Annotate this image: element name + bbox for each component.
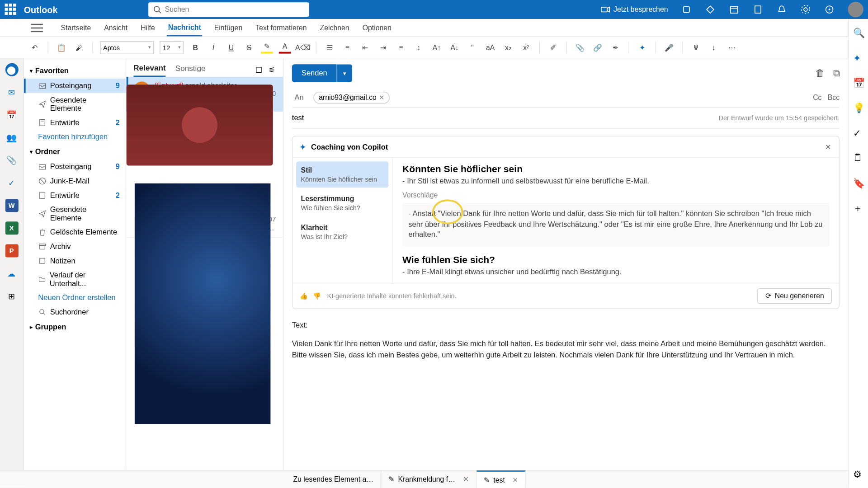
download-icon[interactable]: ↓ <box>708 42 720 53</box>
tab-startseite[interactable]: Startseite <box>60 20 92 35</box>
folder-drafts[interactable]: Entwürfe2 <box>24 188 126 202</box>
rail-people-icon[interactable]: 👥 <box>5 131 18 144</box>
italic-icon[interactable]: I <box>208 42 219 53</box>
rrail-add-icon[interactable]: ＋ <box>853 202 864 213</box>
regenerate-button[interactable]: ⟳ Neu generieren <box>758 288 832 304</box>
indent-icon[interactable]: ⇥ <box>377 42 389 53</box>
rail-onedrive-icon[interactable]: ☁ <box>5 267 18 280</box>
diamond-icon[interactable] <box>705 4 716 15</box>
tab-focused[interactable]: Relevant <box>133 63 165 77</box>
strike-icon[interactable]: S <box>243 42 255 53</box>
bcc-link[interactable]: Bcc <box>828 94 840 102</box>
rail-calendar-icon[interactable]: 📅 <box>5 108 18 122</box>
draft-tab-1[interactable]: ✎Krankmeldung für ...✕ <box>382 470 477 488</box>
rrail-check-icon[interactable]: ✓ <box>853 127 864 138</box>
reading-tab[interactable]: Zu lesendes Element ausw... <box>286 470 382 488</box>
paste-icon[interactable]: 📋 <box>56 42 67 53</box>
folder-history[interactable]: Verlauf der Unterhalt... <box>24 268 126 291</box>
rail-word-icon[interactable]: W <box>5 199 18 212</box>
help-icon[interactable] <box>824 4 835 15</box>
select-all-icon[interactable]: ☐ <box>255 66 263 75</box>
delete-draft-icon[interactable]: 🗑 <box>815 68 825 79</box>
search-box[interactable] <box>148 2 309 17</box>
numbering-icon[interactable]: ≡ <box>341 42 353 53</box>
tab-hilfe[interactable]: Hilfe <box>139 20 156 35</box>
mic-icon[interactable]: 🎙 <box>690 42 702 53</box>
rrail-settings-icon[interactable]: ⚙ <box>853 469 864 479</box>
email-body[interactable]: Text: Vielen Dank für Ihre netten Worte … <box>292 314 840 366</box>
rrail-bookmark-icon[interactable]: 🔖 <box>853 178 864 188</box>
copilot-icon[interactable]: ✦ <box>637 42 648 53</box>
folder-inbox-fav[interactable]: Posteingang9 <box>24 79 126 93</box>
rail-powerpoint-icon[interactable]: P <box>5 244 18 257</box>
outdent-icon[interactable]: ⇤ <box>359 42 371 53</box>
hamburger-menu[interactable] <box>31 23 43 32</box>
underline-icon[interactable]: U <box>225 42 237 53</box>
folder-notes[interactable]: Notizen <box>24 253 126 268</box>
send-options-button[interactable]: ▾ <box>337 64 352 82</box>
close-tab-icon[interactable]: ✕ <box>512 475 518 483</box>
rail-mail-icon[interactable]: ✉ <box>5 86 18 99</box>
rail-home-icon[interactable]: ⬤ <box>5 63 18 76</box>
bold-icon[interactable]: B <box>189 42 201 53</box>
folder-sent-fav[interactable]: Gesendete Elemente <box>24 93 126 116</box>
quote-icon[interactable]: " <box>467 42 478 53</box>
spacing-icon[interactable]: ↕ <box>413 42 425 53</box>
new-folder-link[interactable]: Neuen Ordner erstellen <box>24 291 126 305</box>
meet-now-button[interactable]: Jetzt besprechen <box>600 5 668 14</box>
thumbs-up-icon[interactable]: 👍 <box>300 292 308 300</box>
folder-deleted[interactable]: Gelöschte Elemente <box>24 225 126 239</box>
font-size-select[interactable]: 12▾ <box>160 41 184 54</box>
folder-archive[interactable]: Archiv <box>24 239 126 254</box>
rail-more-apps-icon[interactable]: ⊞ <box>5 290 18 303</box>
folder-inbox[interactable]: Posteingang9 <box>24 160 126 174</box>
clear-format-icon[interactable]: A⌫ <box>297 42 308 53</box>
coach-nav-klarheit[interactable]: KlarheitWas ist Ihr Ziel? <box>296 219 388 245</box>
tab-textformatieren[interactable]: Text formatieren <box>255 20 308 35</box>
note-icon[interactable] <box>753 4 764 15</box>
dictate-icon[interactable]: 🎤 <box>663 42 675 53</box>
favorites-header[interactable]: ▾Favoriten <box>24 63 126 79</box>
subject-field[interactable]: test <box>292 114 304 122</box>
signature-icon[interactable]: ✒ <box>609 42 621 53</box>
filter-icon[interactable]: ⚟ <box>269 66 276 75</box>
rail-todo-icon[interactable]: ✓ <box>5 176 18 189</box>
send-button[interactable]: Senden <box>292 64 337 82</box>
tab-optionen[interactable]: Optionen <box>361 20 392 35</box>
teams-icon[interactable] <box>681 4 692 15</box>
app-launcher[interactable] <box>5 4 17 15</box>
thumbs-down-icon[interactable]: 👎 <box>313 292 321 300</box>
format-painter-icon[interactable]: 🖌 <box>73 42 85 53</box>
tab-ansicht[interactable]: Ansicht <box>103 20 129 35</box>
folder-drafts-fav[interactable]: Entwürfe2 <box>24 116 126 130</box>
font-select[interactable]: Aptos▾ <box>100 41 154 54</box>
folder-sent[interactable]: Gesendete Elemente <box>24 202 126 225</box>
settings-icon[interactable] <box>800 4 811 15</box>
subscript-icon[interactable]: x₂ <box>502 42 514 53</box>
folders-header[interactable]: ▾Ordner <box>24 144 126 160</box>
calendar-icon[interactable] <box>729 4 740 15</box>
remove-chip-icon[interactable]: ✕ <box>379 94 384 102</box>
close-tab-icon[interactable]: ✕ <box>463 475 469 483</box>
undo-icon[interactable]: ↶ <box>28 42 40 53</box>
styles-icon[interactable]: ✐ <box>547 42 559 53</box>
highlight-icon[interactable]: ✎ <box>261 42 273 53</box>
rail-files-icon[interactable]: 📎 <box>5 154 18 167</box>
bell-icon[interactable] <box>776 4 787 15</box>
rrail-bulb-icon[interactable]: 💡 <box>853 103 864 113</box>
search-folders[interactable]: Suchordner <box>24 305 126 319</box>
tab-nachricht[interactable]: Nachricht <box>167 19 202 36</box>
rrail-search-icon[interactable]: 🔍 <box>853 28 864 38</box>
rrail-copilot-icon[interactable]: ✦ <box>853 52 864 63</box>
tab-other[interactable]: Sonstige <box>175 64 206 76</box>
tab-zeichnen[interactable]: Zeichnen <box>319 20 350 35</box>
font-color-icon[interactable]: A <box>279 42 291 53</box>
popout-icon[interactable]: ⧉ <box>833 68 840 79</box>
search-input[interactable] <box>165 5 304 14</box>
rail-excel-icon[interactable]: X <box>5 221 18 235</box>
add-favorite-link[interactable]: Favoriten hinzufügen <box>24 130 126 144</box>
rrail-note-icon[interactable]: 🗒 <box>853 152 864 163</box>
link-icon[interactable]: 🔗 <box>592 42 604 53</box>
cc-link[interactable]: Cc <box>813 94 821 102</box>
align-icon[interactable]: ≡ <box>395 42 407 53</box>
